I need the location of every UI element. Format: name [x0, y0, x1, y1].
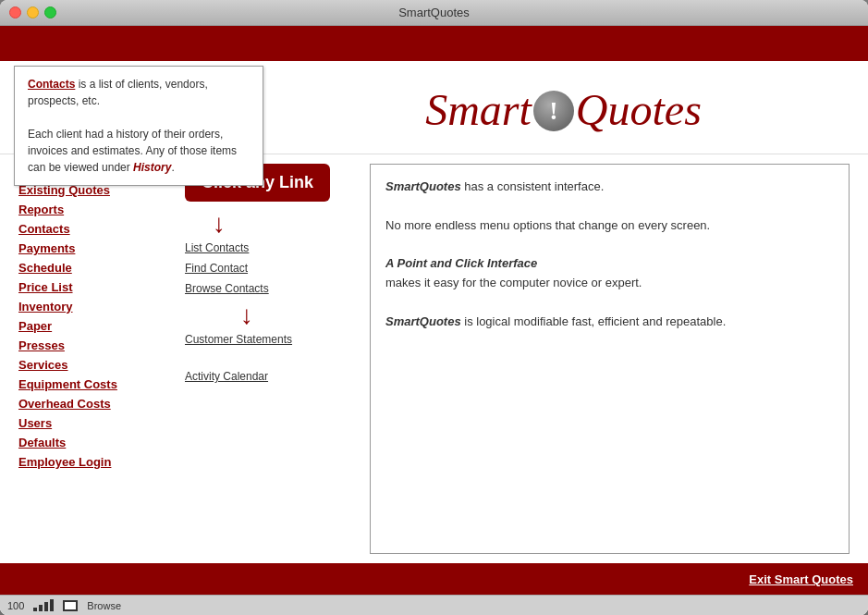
- title-bar: SmartQuotes: [0, 0, 868, 26]
- tooltip-history-end: .: [171, 161, 174, 174]
- logo-exclaim: !: [533, 91, 574, 131]
- nav-schedule[interactable]: Schedule: [18, 261, 166, 275]
- nav-employee-login[interactable]: Employee Login: [18, 455, 166, 469]
- bar4: [50, 599, 54, 611]
- body-section: New Quote Existing Quotes Reports Contac…: [0, 154, 868, 563]
- nav-presses[interactable]: Presses: [18, 338, 166, 352]
- nav-payments[interactable]: Payments: [18, 241, 166, 255]
- status-bar: 100 Browse: [0, 595, 868, 615]
- bar2: [39, 605, 43, 611]
- app-window: SmartQuotes Contacts is a list of client…: [0, 0, 868, 615]
- info-panel: SmartQuotes has a consistent interface. …: [370, 164, 850, 554]
- tooltip-history-link[interactable]: History: [133, 161, 171, 174]
- nav-reports[interactable]: Reports: [18, 203, 166, 216]
- nav-contacts[interactable]: Contacts: [18, 222, 166, 236]
- left-nav: New Quote Existing Quotes Reports Contac…: [18, 164, 166, 554]
- top-red-bar: [0, 26, 868, 61]
- find-contact-link[interactable]: Find Contact: [185, 262, 351, 275]
- middle-section: Click any Link ↓ List Contacts Find Cont…: [185, 164, 351, 554]
- maximize-button[interactable]: [44, 6, 56, 18]
- nav-paper[interactable]: Paper: [18, 319, 166, 333]
- exit-smart-quotes-link[interactable]: Exit Smart Quotes: [749, 572, 853, 586]
- arrow-down-icon: ↓: [213, 211, 351, 237]
- info-line3-rest: makes it easy for the computer novice or…: [385, 276, 642, 289]
- list-contacts-link[interactable]: List Contacts: [185, 241, 351, 254]
- contacts-sub-links: List Contacts Find Contact Browse Contac…: [185, 241, 351, 295]
- page-icon: [63, 600, 78, 611]
- nav-defaults[interactable]: Defaults: [18, 436, 166, 449]
- bar3: [44, 602, 48, 611]
- contacts-tooltip-link[interactable]: Contacts: [28, 78, 75, 91]
- reports-sub-links: Customer Statements: [185, 333, 351, 346]
- header-section: Contacts is a list of clients, vendors, …: [0, 61, 868, 154]
- window-title: SmartQuotes: [398, 6, 470, 19]
- contacts-tooltip: Contacts is a list of clients, vendors, …: [14, 66, 263, 186]
- activity-sub-links: Activity Calendar: [185, 370, 351, 383]
- nav-services[interactable]: Services: [18, 358, 166, 372]
- main-content: Contacts is a list of clients, vendors, …: [0, 26, 868, 615]
- logo-part2: Quotes: [576, 85, 702, 134]
- arrow-down2-icon: ↓: [240, 302, 351, 328]
- browse-contacts-link[interactable]: Browse Contacts: [185, 282, 351, 295]
- bottom-bar: Exit Smart Quotes: [0, 563, 868, 595]
- info-line3-bold: A Point and Click Interface: [385, 256, 537, 270]
- info-line1-rest: has a consistent interface.: [461, 179, 605, 193]
- logo-part1: Smart: [425, 85, 532, 134]
- activity-calendar-link[interactable]: Activity Calendar: [185, 370, 351, 383]
- info-line4-rest: is logical modifiable fast, efficient an…: [461, 314, 727, 328]
- close-button[interactable]: [9, 6, 21, 18]
- zoom-level: 100: [7, 600, 24, 611]
- nav-price-list[interactable]: Price List: [18, 280, 166, 294]
- nav-inventory[interactable]: Inventory: [18, 300, 166, 314]
- info-line2: No more endless menu options that change…: [385, 216, 834, 236]
- bar1: [33, 608, 37, 611]
- nav-users[interactable]: Users: [18, 416, 166, 430]
- content-area: Contacts is a list of clients, vendors, …: [0, 61, 868, 563]
- signal-bars-icon: [33, 599, 54, 611]
- traffic-lights: [9, 6, 56, 18]
- nav-equipment-costs[interactable]: Equipment Costs: [18, 377, 166, 391]
- info-app-name-1: SmartQuotes: [385, 179, 461, 193]
- minimize-button[interactable]: [27, 6, 39, 18]
- nav-overhead-costs[interactable]: Overhead Costs: [18, 397, 166, 411]
- info-app-name-2: SmartQuotes: [385, 314, 461, 328]
- customer-statements-link[interactable]: Customer Statements: [185, 333, 351, 346]
- browse-mode: Browse: [87, 600, 121, 611]
- logo: Smart!Quotes: [425, 85, 702, 134]
